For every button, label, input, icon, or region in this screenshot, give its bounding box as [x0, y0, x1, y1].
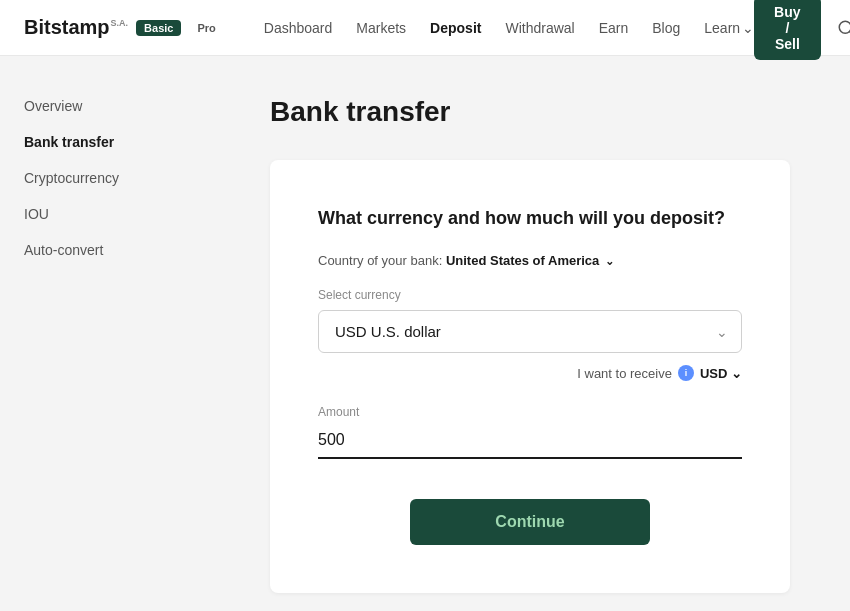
deposit-card: What currency and how much will you depo… — [270, 160, 790, 593]
main-content: Bank transfer What currency and how much… — [210, 56, 850, 611]
amount-label: Amount — [318, 405, 742, 419]
header-right: Buy / Sell — [754, 0, 850, 60]
sidebar-item-cryptocurrency[interactable]: Cryptocurrency — [0, 160, 210, 196]
logo-suffix: S.A. — [111, 18, 129, 28]
chevron-down-icon: ⌄ — [742, 20, 754, 36]
country-name: United States of America — [446, 253, 599, 268]
nav-blog[interactable]: Blog — [652, 20, 680, 36]
badge-basic[interactable]: Basic — [136, 20, 181, 36]
currency-field-label: Select currency — [318, 288, 742, 302]
page-layout: Overview Bank transfer Cryptocurrency IO… — [0, 56, 850, 611]
svg-point-0 — [839, 21, 850, 33]
page-title: Bank transfer — [270, 96, 790, 128]
search-button[interactable] — [837, 19, 850, 37]
sidebar-item-auto-convert[interactable]: Auto-convert — [0, 232, 210, 268]
nav-earn[interactable]: Earn — [599, 20, 629, 36]
logo: BitstampS.A. Basic Pro — [24, 16, 224, 39]
currency-select-wrapper: USD U.S. dollar ⌄ — [318, 310, 742, 353]
receive-currency[interactable]: USD ⌄ — [700, 366, 742, 381]
search-icon — [837, 19, 850, 37]
receive-label: I want to receive — [577, 366, 672, 381]
nav-learn-label: Learn — [704, 20, 740, 36]
badge-pro[interactable]: Pro — [189, 20, 223, 36]
header: BitstampS.A. Basic Pro Dashboard Markets… — [0, 0, 850, 56]
logo-name: Bitstamp — [24, 16, 110, 38]
currency-select[interactable]: USD U.S. dollar — [318, 310, 742, 353]
usd-coin-icon: i — [678, 365, 694, 381]
nav-deposit[interactable]: Deposit — [430, 20, 481, 36]
logo-text: BitstampS.A. — [24, 16, 128, 39]
amount-input[interactable] — [318, 423, 742, 459]
buy-sell-button[interactable]: Buy / Sell — [754, 0, 820, 60]
sidebar-item-iou[interactable]: IOU — [0, 196, 210, 232]
nav-withdrawal[interactable]: Withdrawal — [505, 20, 574, 36]
amount-section: Amount — [318, 405, 742, 459]
sidebar-item-overview[interactable]: Overview — [0, 88, 210, 124]
sidebar-item-bank-transfer[interactable]: Bank transfer — [0, 124, 210, 160]
country-label-text: Country of your bank: — [318, 253, 442, 268]
main-nav: Dashboard Markets Deposit Withdrawal Ear… — [264, 20, 754, 36]
nav-markets[interactable]: Markets — [356, 20, 406, 36]
nav-learn[interactable]: Learn ⌄ — [704, 20, 754, 36]
country-value[interactable]: United States of America ⌄ — [446, 253, 614, 268]
country-chevron-icon: ⌄ — [605, 255, 614, 267]
receive-currency-value: USD — [700, 366, 727, 381]
receive-row: I want to receive i USD ⌄ — [318, 365, 742, 381]
country-label: Country of your bank: United States of A… — [318, 253, 742, 268]
nav-dashboard[interactable]: Dashboard — [264, 20, 333, 36]
card-title: What currency and how much will you depo… — [318, 208, 742, 229]
receive-chevron-icon: ⌄ — [731, 366, 742, 381]
sidebar: Overview Bank transfer Cryptocurrency IO… — [0, 56, 210, 611]
continue-button[interactable]: Continue — [410, 499, 650, 545]
